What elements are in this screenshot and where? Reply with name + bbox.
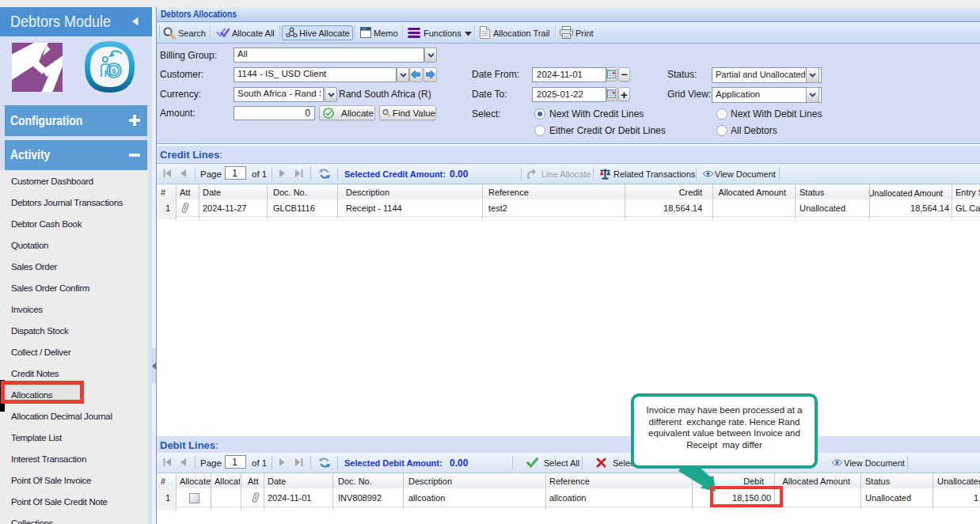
svg-text:$: $ [112, 66, 116, 75]
